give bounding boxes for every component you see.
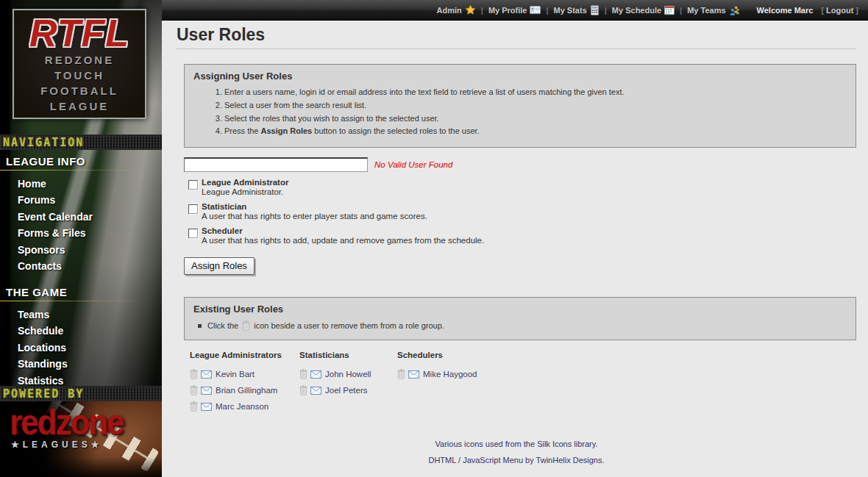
logout-bracket: ] xyxy=(855,6,858,15)
user-row: Brian Gillingham xyxy=(190,382,299,398)
topbar-item-label: My Schedule xyxy=(612,6,661,15)
bin-icon[interactable] xyxy=(299,369,307,379)
vcard-icon xyxy=(530,5,541,15)
bin-icon[interactable] xyxy=(190,385,198,395)
sidebar-item-forums[interactable]: Forums xyxy=(0,192,162,208)
calendar-icon xyxy=(664,5,675,15)
role-row-scheduler: Scheduler A user that has rights to add,… xyxy=(188,226,856,245)
sidebar-item-contacts[interactable]: Contacts xyxy=(0,258,162,274)
role-groups: League Administrators Kevin Bart Brian G… xyxy=(190,351,856,415)
sidebar-item-schedule[interactable]: Schedule xyxy=(0,323,162,339)
bin-icon xyxy=(242,320,250,331)
sidebar: RTFL REDZONE TOUCH FOOTBALL LEAGUE NAVIG… xyxy=(0,0,162,477)
section-underline xyxy=(0,301,162,301)
section-title: LEAGUE INFO xyxy=(0,155,162,168)
scheduler-checkbox[interactable] xyxy=(188,229,198,238)
assign-roles-button[interactable]: Assign Roles xyxy=(184,257,255,275)
user-name: Joel Peters xyxy=(325,386,368,395)
instruction-step: Enter a users name, login id or email ad… xyxy=(224,87,847,98)
existing-box-title: Existing User Roles xyxy=(193,304,847,315)
bin-icon[interactable] xyxy=(190,369,198,379)
existing-box-note: Click the icon beside a user to remove t… xyxy=(198,320,847,331)
rtfl-logo-line: REDZONE xyxy=(45,53,114,68)
user-row: Mike Haygood xyxy=(397,366,856,382)
sidebar-item-standings[interactable]: Standings xyxy=(0,356,162,372)
email-icon[interactable] xyxy=(201,387,212,395)
search-status-message: No Valid User Found xyxy=(374,160,452,169)
topbar-item-my-schedule[interactable]: My Schedule xyxy=(612,5,675,15)
sidebar-item-forms-files[interactable]: Forms & Files xyxy=(0,225,162,241)
redzone-leagues-logo: redzone ★LEAGUES★ xyxy=(0,401,162,477)
user-row: Joel Peters xyxy=(299,382,397,398)
group-icon xyxy=(729,5,740,15)
calculator-icon xyxy=(590,5,600,15)
page-title: User Roles xyxy=(177,24,856,49)
sidebar-item-locations[interactable]: Locations xyxy=(0,340,162,356)
email-icon[interactable] xyxy=(408,370,419,379)
sidebar-item-sponsors[interactable]: Sponsors xyxy=(0,242,162,258)
group-title: Schedulers xyxy=(397,351,856,359)
role-row-statistician: Statistician A user that has rights to e… xyxy=(188,202,856,220)
instruction-step: Select a user from the search result lis… xyxy=(224,101,847,111)
sidebar-item-teams[interactable]: Teams xyxy=(0,306,162,323)
user-name: Kevin Bart xyxy=(216,370,255,379)
bin-icon[interactable] xyxy=(299,385,307,395)
page-footer: Various icons used from the Silk Icons l… xyxy=(177,440,856,465)
instruction-step: Select the roles that you wish to assign… xyxy=(224,114,847,124)
group-schedulers: Schedulers Mike Haygood xyxy=(397,351,856,415)
welcome-message: Welcome Marc xyxy=(757,6,814,15)
topbar-item-my-teams[interactable]: My Teams xyxy=(687,5,739,15)
role-description: A user that has rights to add, update an… xyxy=(202,236,484,245)
sidebar-section-league-info: LEAGUE INFO Home Forums Event Calendar F… xyxy=(0,155,162,274)
sidebar-section-the-game: THE GAME Teams Schedule Locations Standi… xyxy=(0,286,162,389)
role-row-league-administrator: League Administrator League Administrato… xyxy=(188,178,856,196)
group-league-administrators: League Administrators Kevin Bart Brian G… xyxy=(190,351,299,415)
section-underline xyxy=(0,170,162,171)
user-name: Mike Haygood xyxy=(423,370,477,379)
redzone-wordmark: redzone xyxy=(10,403,124,442)
topbar: Admin | My Profile | My Stats xyxy=(162,0,868,21)
topbar-item-label: My Teams xyxy=(687,6,725,15)
topbar-item-my-profile[interactable]: My Profile xyxy=(488,5,541,15)
group-statisticians: Statisticians John Howell Joel Peters xyxy=(299,351,397,415)
topbar-separator: | xyxy=(605,6,607,15)
assigning-user-roles-box: Assigning User Roles Enter a users name,… xyxy=(184,64,856,148)
topbar-item-label: My Profile xyxy=(488,6,527,15)
step-bold-text: Assign Roles xyxy=(261,126,313,135)
statistician-checkbox[interactable] xyxy=(188,204,198,214)
main-area: Admin | My Profile | My Stats xyxy=(162,0,868,477)
email-icon[interactable] xyxy=(310,370,321,379)
navigation-header-label: NAVIGATION xyxy=(3,136,84,149)
leagues-tagline: ★LEAGUES★ xyxy=(11,440,103,450)
logout-bracket: [ xyxy=(821,6,824,15)
user-row: Marc Jeanson xyxy=(190,398,299,415)
sidebar-item-event-calendar[interactable]: Event Calendar xyxy=(0,209,162,225)
assigning-instructions: Enter a users name, login id or email ad… xyxy=(214,87,847,137)
powered-by-label: POWERED BY xyxy=(3,387,84,401)
user-name: Brian Gillingham xyxy=(216,386,277,395)
email-icon[interactable] xyxy=(201,403,212,411)
rtfl-logo-line: FOOTBALL xyxy=(40,84,118,98)
email-icon[interactable] xyxy=(310,387,321,395)
topbar-item-label: Admin xyxy=(437,6,462,15)
user-search-row: No Valid User Found xyxy=(184,157,856,172)
footer-credit-menu: DHTML / JavaScript Menu by TwinHelix Des… xyxy=(177,456,856,465)
topbar-separator: | xyxy=(481,6,483,15)
star-icon xyxy=(465,4,476,15)
topbar-item-admin[interactable]: Admin xyxy=(437,4,476,15)
bin-icon[interactable] xyxy=(397,369,405,379)
user-name: John Howell xyxy=(325,370,371,379)
rtfl-logo: RTFL REDZONE TOUCH FOOTBALL LEAGUE xyxy=(13,9,146,119)
user-search-input[interactable] xyxy=(184,157,368,172)
bin-icon[interactable] xyxy=(190,401,198,412)
user-row: Kevin Bart xyxy=(190,366,299,382)
logout-button[interactable]: Logout xyxy=(826,6,853,15)
league-administrator-checkbox[interactable] xyxy=(188,180,198,190)
sidebar-item-home[interactable]: Home xyxy=(0,176,162,192)
group-title: League Administrators xyxy=(190,351,299,359)
email-icon[interactable] xyxy=(201,370,212,379)
topbar-item-my-stats[interactable]: My Stats xyxy=(554,5,600,15)
navigation-header-bar: NAVIGATION xyxy=(0,135,162,150)
assigning-box-title: Assigning User Roles xyxy=(193,71,847,82)
footer-credit-icons: Various icons used from the Silk Icons l… xyxy=(177,440,856,448)
